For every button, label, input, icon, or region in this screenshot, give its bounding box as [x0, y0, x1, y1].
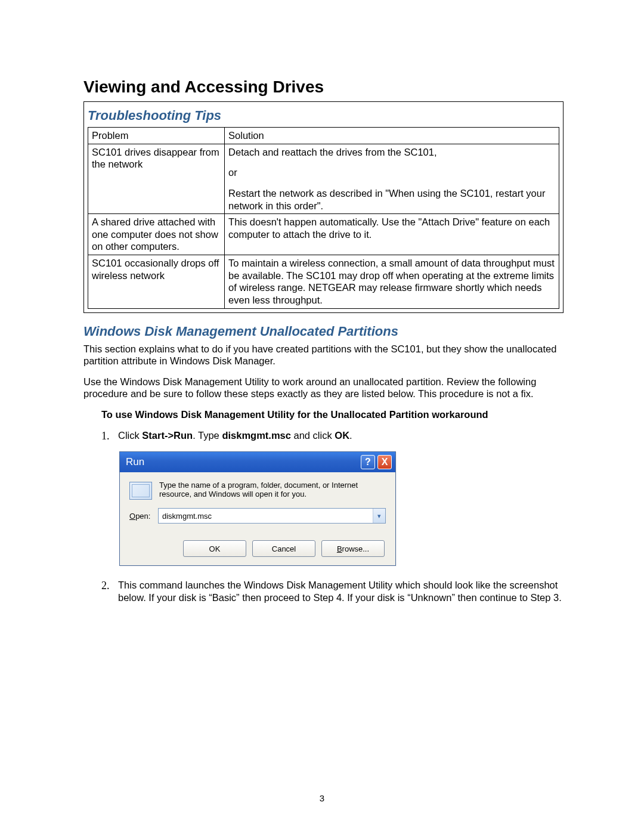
page-number: 3 [0, 793, 644, 803]
underline-char: B [337, 544, 342, 553]
open-combobox[interactable]: ▾ [158, 508, 386, 524]
page-title: Viewing and Accessing Drives [83, 78, 564, 97]
step-2: 2. This command launches the Windows Dis… [101, 579, 564, 605]
solution-line: or [228, 166, 555, 179]
open-input[interactable] [159, 509, 373, 523]
run-titlebar: Run ? X [120, 452, 395, 472]
cancel-button[interactable]: Cancel [252, 540, 315, 557]
label-rest: rowse... [342, 544, 370, 553]
chevron-down-icon[interactable]: ▾ [373, 509, 385, 523]
body-paragraph: This section explains what to do if you … [83, 343, 564, 367]
txt-bold: Start->Run [142, 430, 193, 441]
table-row: SC101 drives disappear from the network … [88, 144, 559, 214]
cell-solution: This doesn't happen automatically. Use t… [225, 214, 559, 255]
step-number: 1. [101, 429, 118, 443]
solution-line: Restart the network as described in "Whe… [228, 187, 555, 212]
step-number: 2. [101, 579, 118, 605]
help-icon[interactable]: ? [361, 455, 375, 469]
section-title-troubleshooting: Troubleshooting Tips [88, 108, 559, 123]
underline-char: O [129, 512, 135, 521]
section-title-partitions: Windows Disk Management Unallocated Part… [83, 324, 564, 339]
txt: . [349, 430, 352, 441]
cell-problem: A shared drive attached with one compute… [88, 214, 225, 255]
step-text: This command launches the Windows Disk M… [118, 579, 564, 605]
table-header-row: Problem Solution [88, 128, 559, 144]
cell-solution: To maintain a wireless connection, a sma… [225, 255, 559, 309]
th-problem: Problem [88, 128, 225, 144]
ok-button[interactable]: OK [183, 540, 246, 557]
step-1: 1. Click Start->Run. Type diskmgmt.msc a… [101, 429, 564, 443]
close-icon[interactable]: X [377, 455, 392, 469]
body-paragraph: Use the Windows Disk Management Utility … [83, 376, 564, 400]
cell-problem: SC101 occasionally drops off wireless ne… [88, 255, 225, 309]
troubleshooting-table: Problem Solution SC101 drives disappear … [88, 127, 559, 309]
txt: Click [118, 430, 142, 441]
solution-line: Detach and reattach the drives from the … [228, 146, 555, 159]
run-title: Run [126, 456, 358, 468]
label-rest: pen: [135, 512, 150, 521]
run-dialog: Run ? X Type the name of a program, fold… [119, 451, 396, 566]
txt-bold: OK [335, 430, 349, 441]
th-solution: Solution [225, 128, 559, 144]
txt: . Type [193, 430, 222, 441]
troubleshooting-box: Troubleshooting Tips Problem Solution SC… [83, 101, 564, 313]
step-text: Click Start->Run. Type diskmgmt.msc and … [118, 429, 564, 443]
txt: and click [291, 430, 335, 441]
cell-problem: SC101 drives disappear from the network [88, 144, 225, 214]
run-description: Type the name of a program, folder, docu… [159, 481, 386, 498]
table-row: A shared drive attached with one compute… [88, 214, 559, 255]
procedure-intro: To use Windows Disk Management Utility f… [101, 408, 564, 421]
browse-button[interactable]: Browse... [321, 540, 385, 557]
txt-bold: diskmgmt.msc [222, 430, 291, 441]
cell-solution: Detach and reattach the drives from the … [225, 144, 559, 214]
open-label: Open: [129, 512, 158, 521]
table-row: SC101 occasionally drops off wireless ne… [88, 255, 559, 309]
run-program-icon [129, 482, 152, 500]
